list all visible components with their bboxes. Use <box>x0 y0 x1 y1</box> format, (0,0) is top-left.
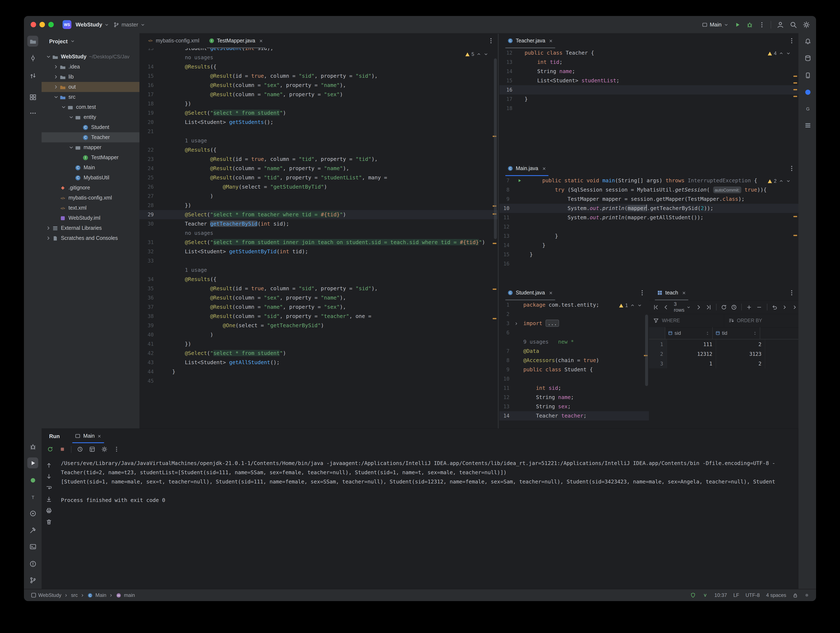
chevron-up-icon[interactable] <box>779 51 784 56</box>
line-number[interactable]: 24 <box>139 164 154 173</box>
crumb-main-method[interactable]: main <box>124 592 135 598</box>
tree-item-scratches-and-consoles[interactable]: Scratches and Consoles <box>41 233 139 243</box>
line-number[interactable] <box>499 337 510 347</box>
editor-options-icon[interactable] <box>788 37 795 44</box>
next-button[interactable] <box>695 303 702 311</box>
fold-gutter[interactable] <box>510 319 523 328</box>
line-number[interactable]: 15 <box>139 71 154 81</box>
profiler-tool-button[interactable] <box>27 508 38 519</box>
line-number[interactable]: 14 <box>499 67 512 76</box>
scrollbar-thumb[interactable] <box>645 315 648 386</box>
line-number[interactable] <box>139 136 154 145</box>
expand-icon[interactable] <box>45 225 52 231</box>
line-number[interactable] <box>139 229 154 238</box>
line-number[interactable]: 12 <box>499 222 510 232</box>
line-number[interactable]: 15 <box>499 76 512 85</box>
collapse-icon[interactable] <box>60 104 67 110</box>
kebab-button[interactable] <box>112 445 121 454</box>
project-selector[interactable]: WebStudy <box>76 21 109 28</box>
line-number[interactable]: 41 <box>139 339 154 349</box>
run-button[interactable] <box>734 21 741 28</box>
line-number[interactable]: 42 <box>139 349 154 358</box>
structure-tool-button[interactable] <box>27 92 38 103</box>
line-number[interactable]: 13 <box>499 58 512 67</box>
close-icon[interactable] <box>542 166 546 171</box>
inspections-widget[interactable]: 1 <box>619 303 642 308</box>
column-header-tid[interactable]: tid <box>713 327 760 339</box>
tree-item-entity[interactable]: entity <box>41 112 139 122</box>
line-number[interactable]: 13 <box>499 232 510 241</box>
table-cell[interactable]: 111 <box>667 339 716 349</box>
bell-tool-button[interactable] <box>802 36 813 47</box>
line-number[interactable]: 16 <box>499 85 512 95</box>
line-number[interactable]: 3 <box>499 319 510 328</box>
run-tab-main[interactable]: Main <box>71 429 106 443</box>
editor-options-icon[interactable] <box>788 165 795 172</box>
line-number[interactable]: 21 <box>139 127 154 136</box>
line-number[interactable]: 25 <box>139 173 154 182</box>
line-number[interactable]: 17 <box>499 95 512 104</box>
chevron-right-icon[interactable] <box>514 321 519 326</box>
line-number[interactable] <box>139 265 154 275</box>
run-icon[interactable] <box>517 178 522 183</box>
revert-button[interactable] <box>771 303 778 311</box>
line-number[interactable]: 27 <box>139 191 154 201</box>
tree-item-main[interactable]: CMain <box>41 163 139 173</box>
tree-item-com-test[interactable]: com.test <box>41 102 139 112</box>
clock-button[interactable] <box>76 445 84 454</box>
line-number[interactable]: 11 <box>499 213 510 222</box>
branch-tool-button[interactable] <box>27 575 38 586</box>
line-number[interactable]: 18 <box>139 99 154 108</box>
line-separator[interactable]: LF <box>733 592 739 598</box>
chevron-right-button[interactable] <box>781 303 788 311</box>
line-number[interactable]: 30 <box>139 219 154 229</box>
print-button[interactable] <box>44 506 53 515</box>
line-number[interactable]: 8 <box>499 356 510 365</box>
expand-icon[interactable] <box>52 84 60 90</box>
chevron-up-icon[interactable] <box>476 52 481 57</box>
scrollend-button[interactable] <box>44 495 53 504</box>
editor-options-icon[interactable] <box>788 289 795 296</box>
student-editor[interactable]: 1package com.test.entity;23import ...69 … <box>499 300 649 428</box>
line-number[interactable] <box>139 53 154 62</box>
ai-tool-button[interactable] <box>802 87 813 98</box>
table-cell[interactable]: 1 <box>667 359 716 368</box>
line-number[interactable]: 29 <box>139 210 154 219</box>
line-number[interactable]: 10 <box>499 204 510 213</box>
gear-button[interactable] <box>100 445 109 454</box>
close-icon[interactable] <box>548 38 553 43</box>
lock-icon[interactable] <box>793 592 798 598</box>
teacher-editor[interactable]: 12public class Teacher {13 int tid;14 St… <box>499 48 799 161</box>
vim-icon[interactable]: V <box>702 592 708 598</box>
tab-testmapper[interactable]: I TestMapper.java <box>204 33 268 48</box>
line-number[interactable]: 9 <box>499 194 510 204</box>
close-icon[interactable] <box>97 434 102 438</box>
line-number[interactable]: 8 <box>499 185 510 194</box>
last-button[interactable] <box>705 303 712 311</box>
services-tool-button[interactable] <box>27 475 38 486</box>
line-number[interactable]: 13 <box>139 48 154 53</box>
testmapper-editor[interactable]: 13 Student getStudent(int sid); no usage… <box>139 48 498 428</box>
tree-item-gitignore[interactable]: .gitignore <box>41 183 139 193</box>
line-number[interactable]: 16 <box>499 259 510 268</box>
stop-button[interactable] <box>58 445 67 454</box>
folder-tool-button[interactable] <box>27 36 38 47</box>
more-actions-icon[interactable] <box>758 21 765 28</box>
db-tool-button[interactable] <box>802 52 813 63</box>
line-number[interactable]: 9 <box>499 365 510 374</box>
line-number[interactable]: 17 <box>139 90 154 99</box>
pull-requests-tool-button[interactable] <box>27 70 38 81</box>
crumb-project[interactable]: WebStudy <box>38 592 61 598</box>
first-button[interactable] <box>652 303 659 311</box>
row-number[interactable]: 1 <box>649 339 667 349</box>
tree-item-external-libraries[interactable]: External Libraries <box>41 223 139 233</box>
line-number[interactable]: 14 <box>499 241 510 250</box>
line-number[interactable]: 37 <box>139 302 154 312</box>
tree-item-testmapper[interactable]: ITestMapper <box>41 153 139 163</box>
line-number[interactable]: 23 <box>139 155 154 164</box>
line-number[interactable]: 45 <box>139 376 154 385</box>
line-number[interactable]: 20 <box>139 118 154 127</box>
run-active-tool-button[interactable] <box>27 458 38 468</box>
device-tool-button[interactable] <box>802 70 813 81</box>
arrow-up-button[interactable] <box>44 461 53 470</box>
